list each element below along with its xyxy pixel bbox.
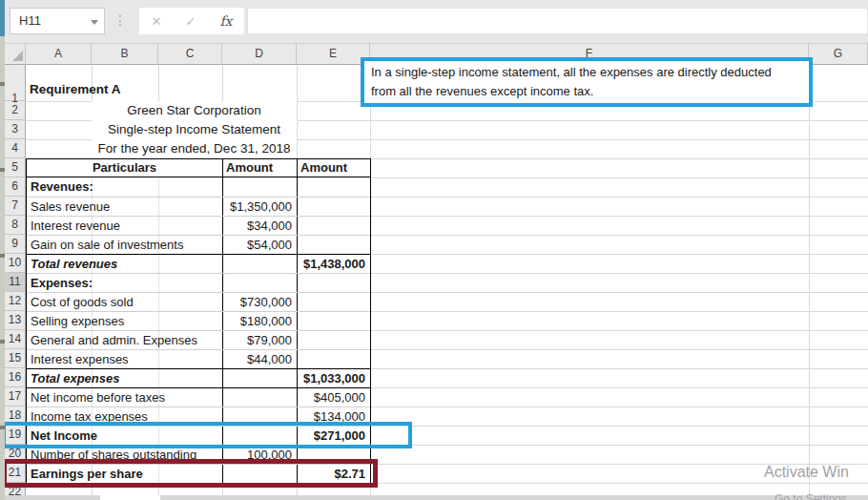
table-row: Revenues: xyxy=(27,177,370,197)
particulars-cell[interactable]: Interest expenses xyxy=(27,350,223,368)
name-box-dropdown-icon[interactable] xyxy=(91,20,98,25)
table-header-row: Particulars Amount Amount xyxy=(27,158,370,177)
amount-d-cell[interactable]: $1,350,000 xyxy=(223,198,298,216)
eps-highlight-box xyxy=(2,459,378,488)
gridline-col-f-g xyxy=(809,65,810,500)
row-header[interactable]: 17 xyxy=(5,387,26,406)
amount-e-cell[interactable]: $1,033,000 xyxy=(298,369,370,387)
amount-e-cell[interactable] xyxy=(298,312,370,330)
amount-d-cell[interactable]: $79,000 xyxy=(223,331,298,349)
formula-bar[interactable] xyxy=(247,8,868,34)
particulars-cell[interactable]: Selling expenses xyxy=(27,312,223,330)
amount-d-cell[interactable] xyxy=(223,274,298,292)
amount-d-cell[interactable] xyxy=(223,255,298,273)
amount-e-cell[interactable] xyxy=(298,236,370,254)
particulars-cell[interactable]: Gain on sale of investments xyxy=(27,236,223,254)
activate-windows-watermark: Activate Win xyxy=(764,464,849,481)
row-header[interactable]: 5 xyxy=(5,158,26,177)
column-header-b[interactable]: B xyxy=(92,44,158,65)
row-header[interactable]: 2 xyxy=(5,101,26,120)
column-header-c[interactable]: C xyxy=(158,44,222,65)
row-header[interactable]: 8 xyxy=(5,216,26,235)
amount-d-cell[interactable] xyxy=(223,369,298,387)
table-row: Total expenses $1,033,000 xyxy=(27,368,370,387)
select-all-button[interactable] xyxy=(5,44,26,65)
row-header[interactable]: 13 xyxy=(5,311,26,330)
table-row: Gain on sale of investments $54,000 xyxy=(27,235,370,254)
active-sheet-tab[interactable] xyxy=(100,495,160,500)
net-income-highlight-box xyxy=(2,422,412,448)
row-header[interactable]: 14 xyxy=(5,330,26,349)
particulars-cell[interactable]: Total revenues xyxy=(27,255,223,273)
column-header-g[interactable]: G xyxy=(809,44,868,65)
desktop-edge-teal xyxy=(0,0,5,36)
particulars-cell[interactable]: Expenses: xyxy=(27,274,223,292)
row-header[interactable]: 12 xyxy=(5,292,26,311)
particulars-cell[interactable]: Revenues: xyxy=(27,177,223,197)
amount-e-cell[interactable] xyxy=(298,217,370,235)
table-row: Interest revenue $34,000 xyxy=(27,216,370,235)
row-header[interactable]: 7 xyxy=(5,197,26,216)
cell-a1-requirement[interactable]: Requirement A xyxy=(30,82,121,96)
amount-e-cell[interactable] xyxy=(298,350,370,368)
amount-e-cell[interactable] xyxy=(298,198,370,216)
name-box[interactable]: H11 xyxy=(10,8,105,34)
row-header-1[interactable]: 1 xyxy=(5,65,26,101)
amount-d-header[interactable]: Amount xyxy=(223,159,298,177)
particulars-header[interactable]: Particulars xyxy=(27,159,223,177)
name-box-value: H11 xyxy=(19,13,41,28)
table-row: Total revenues $1,438,000 xyxy=(27,254,370,273)
annotation-callout-box: In a single-step income statement, all t… xyxy=(361,57,813,107)
amount-d-cell[interactable]: $34,000 xyxy=(223,217,298,235)
row-header[interactable]: 10 xyxy=(5,254,26,273)
callout-line-2: from all the revenues except income tax. xyxy=(371,82,802,101)
toolbar-separator-dots-icon: ⋮ xyxy=(114,12,127,28)
row-header[interactable]: 9 xyxy=(5,235,26,254)
amount-e-cell[interactable] xyxy=(298,177,370,197)
formula-toolbar: H11 ⋮ ✕ ✓ fx xyxy=(0,0,868,44)
amount-e-cell[interactable] xyxy=(298,293,370,311)
particulars-cell[interactable]: Net income before taxes xyxy=(27,388,223,406)
column-header-a[interactable]: A xyxy=(26,44,92,65)
amount-d-cell[interactable] xyxy=(223,177,298,197)
row-header[interactable]: 6 xyxy=(5,177,26,197)
table-row: Net income before taxes $405,000 xyxy=(27,387,370,406)
formula-buttons: ✕ ✓ fx xyxy=(139,8,244,34)
amount-e-cell[interactable] xyxy=(298,331,370,349)
particulars-cell[interactable]: Interest revenue xyxy=(27,217,223,235)
enter-icon[interactable]: ✓ xyxy=(185,14,196,29)
cell-title-statement[interactable]: Single-step Income Statement xyxy=(92,120,297,139)
excel-window: H11 ⋮ ✕ ✓ fx A B C D E F G 1 23456789101… xyxy=(0,0,868,500)
row-header[interactable]: 16 xyxy=(5,368,26,387)
amount-e-cell[interactable]: $405,000 xyxy=(298,388,370,406)
statement-titles: Green Star Corporation Single-step Incom… xyxy=(92,101,297,158)
particulars-cell[interactable]: Sales revenue xyxy=(27,198,223,216)
amount-d-cell[interactable]: $54,000 xyxy=(223,236,298,254)
row-header[interactable]: 3 xyxy=(5,120,26,139)
row-header[interactable]: 4 xyxy=(5,139,26,158)
select-all-triangle-icon xyxy=(12,51,23,61)
column-header-e[interactable]: E xyxy=(297,44,370,65)
particulars-cell[interactable]: Cost of goods sold xyxy=(27,293,223,311)
cell-title-company[interactable]: Green Star Corporation xyxy=(92,101,297,120)
amount-d-cell[interactable]: $730,000 xyxy=(223,293,298,311)
table-row: Selling expenses $180,000 xyxy=(27,311,370,330)
desktop-edge-sliver xyxy=(0,0,5,500)
table-row: Cost of goods sold $730,000 xyxy=(27,292,370,311)
row-header[interactable]: 11 xyxy=(5,273,26,292)
particulars-cell[interactable]: General and admin. Expenses xyxy=(27,331,223,349)
amount-e-cell[interactable]: $1,438,000 xyxy=(298,255,370,273)
amount-d-cell[interactable]: $44,000 xyxy=(223,350,298,368)
table-row: Interest expenses $44,000 xyxy=(27,349,370,368)
amount-e-cell[interactable] xyxy=(298,274,370,292)
column-header-d[interactable]: D xyxy=(222,44,297,65)
amount-d-cell[interactable] xyxy=(223,388,298,406)
amount-e-header[interactable]: Amount xyxy=(298,159,370,177)
insert-function-icon[interactable]: fx xyxy=(219,13,232,29)
row-header[interactable]: 15 xyxy=(5,349,26,368)
table-row: Expenses: xyxy=(27,273,370,292)
cell-title-period[interactable]: For the year ended, Dec 31, 2018 xyxy=(92,139,297,158)
particulars-cell[interactable]: Total expenses xyxy=(27,369,223,387)
cancel-icon[interactable]: ✕ xyxy=(152,14,162,29)
amount-d-cell[interactable]: $180,000 xyxy=(223,312,298,330)
